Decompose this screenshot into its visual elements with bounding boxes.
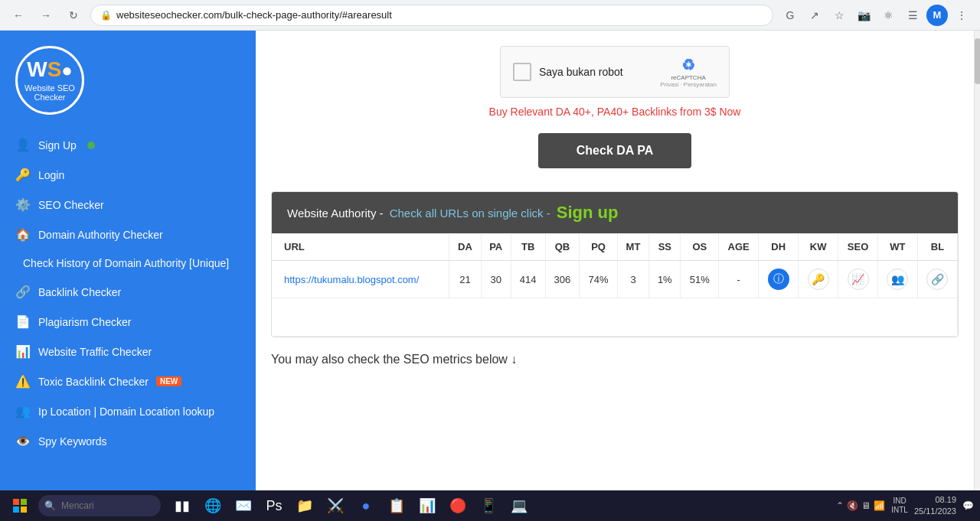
sidebar-nav: 👤 Sign Up 🔑 Login ⚙️ SEO Checker 🏠 Domai… bbox=[0, 126, 256, 460]
app9-icon[interactable]: 🔴 bbox=[444, 492, 472, 519]
reload-button[interactable]: ↻ bbox=[63, 5, 84, 26]
plagiarism-icon: 📄 bbox=[15, 314, 31, 329]
col-pa: PA bbox=[481, 233, 511, 261]
forward-button[interactable]: → bbox=[35, 5, 57, 26]
svg-rect-1 bbox=[21, 499, 27, 505]
nav-item-plagiarism[interactable]: 📄 Plagiarism Checker bbox=[0, 307, 256, 337]
extensions-icon[interactable]: ⚛ bbox=[877, 5, 899, 26]
col-qb: QB bbox=[545, 233, 580, 261]
back-button[interactable]: ← bbox=[8, 5, 29, 26]
logo-circle: WS● Website SEO Checker bbox=[15, 46, 84, 115]
results-header: Website Authority - Check all URLs on si… bbox=[272, 192, 958, 233]
results-header-signup[interactable]: Sign up bbox=[557, 203, 619, 223]
table-header-row: URL DA PA TB QB PQ MT SS OS AGE DH KW SE… bbox=[272, 233, 958, 261]
nav-item-toxic[interactable]: ⚠️ Toxic Backlink Checker NEW bbox=[0, 366, 256, 396]
photoshop-icon[interactable]: Ps bbox=[260, 492, 288, 519]
scrollbar-thumb[interactable] bbox=[975, 38, 980, 84]
nav-item-check-history[interactable]: Check History of Domain Authority [Uniqu… bbox=[0, 249, 256, 277]
share-icon[interactable]: ↗ bbox=[804, 5, 825, 26]
check-da-pa-button[interactable]: Check DA PA bbox=[538, 133, 691, 168]
language-indicator: IND INTL bbox=[891, 497, 908, 515]
files-icon[interactable]: 📁 bbox=[291, 492, 318, 519]
bl-link-icon[interactable]: 🔗 bbox=[926, 269, 948, 290]
recaptcha-brand: reCAPTCHA bbox=[671, 74, 705, 81]
kw-key-icon[interactable]: 🔑 bbox=[808, 269, 829, 290]
seo-chart-icon[interactable]: 📈 bbox=[848, 269, 869, 290]
logo-subtitle: Website SEO Checker bbox=[18, 83, 82, 102]
sidebar-toggle-icon[interactable]: ☰ bbox=[902, 5, 923, 26]
bookmark-icon[interactable]: ☆ bbox=[828, 5, 850, 26]
windows-icon bbox=[12, 498, 28, 513]
nav-item-traffic[interactable]: 📊 Website Traffic Checker bbox=[0, 337, 256, 366]
app7-icon[interactable]: 📋 bbox=[383, 492, 410, 519]
address-bar[interactable]: 🔒 websiteseochecker.com/bulk-check-page-… bbox=[90, 5, 773, 26]
nav-label-plagiarism: Plagiarism Checker bbox=[38, 316, 131, 328]
start-button[interactable] bbox=[6, 492, 34, 519]
menu-icon[interactable]: ⋮ bbox=[951, 5, 972, 26]
app11-icon[interactable]: 💻 bbox=[505, 492, 533, 519]
col-da: DA bbox=[449, 233, 481, 261]
nav-item-seo-checker[interactable]: ⚙️ SEO Checker bbox=[0, 190, 256, 220]
col-url: URL bbox=[272, 233, 449, 261]
expand-icon[interactable]: ⌃ bbox=[836, 500, 844, 511]
gear-icon: ⚙️ bbox=[15, 197, 31, 212]
right-scrollbar[interactable] bbox=[974, 31, 980, 490]
user-icon: 👤 bbox=[15, 138, 31, 152]
new-badge: NEW bbox=[156, 376, 181, 386]
cell-kw: 🔑 bbox=[799, 261, 838, 298]
clash-icon[interactable]: ⚔️ bbox=[322, 492, 349, 519]
nav-label-ip: Ip Location | Domain Location lookup bbox=[38, 405, 214, 418]
notification-icon[interactable]: 💬 bbox=[962, 500, 974, 511]
spy-icon: 👁️ bbox=[15, 434, 31, 448]
col-seo: SEO bbox=[838, 233, 878, 261]
nav-item-signup[interactable]: 👤 Sign Up bbox=[0, 130, 256, 160]
sys-icons: ⌃ 🔇 🖥 📶 bbox=[836, 500, 885, 511]
lock-icon: 🔒 bbox=[100, 10, 112, 21]
wt-people-icon[interactable]: 👥 bbox=[887, 269, 908, 290]
mail-icon[interactable]: ✉️ bbox=[230, 492, 257, 519]
toxic-icon: ⚠️ bbox=[15, 374, 31, 389]
promo-text: Buy Relevant DA 40+, PA40+ Backlinks fro… bbox=[271, 106, 959, 118]
nav-item-backlink[interactable]: 🔗 Backlink Checker bbox=[0, 277, 256, 307]
svg-rect-2 bbox=[13, 506, 19, 513]
cell-pa: 30 bbox=[481, 261, 511, 298]
wifi-icon[interactable]: 📶 bbox=[874, 500, 885, 511]
app8-icon[interactable]: 📊 bbox=[413, 492, 441, 519]
network-icon[interactable]: 🖥 bbox=[861, 500, 871, 511]
cell-wt: 👥 bbox=[878, 261, 918, 298]
nav-item-login[interactable]: 🔑 Login bbox=[0, 160, 256, 190]
taskbar-search-input[interactable] bbox=[38, 495, 161, 516]
dh-info-icon[interactable]: ⓘ bbox=[768, 269, 789, 290]
google-icon[interactable]: G bbox=[779, 5, 801, 26]
cell-mt: 3 bbox=[617, 261, 648, 298]
app10-icon[interactable]: 📱 bbox=[475, 492, 502, 519]
nav-item-spy-keywords[interactable]: 👁️ Spy Keywords bbox=[0, 426, 256, 456]
col-ss: SS bbox=[649, 233, 681, 261]
taskbar-sys: ⌃ 🔇 🖥 📶 IND INTL 08.19 25/11/2023 💬 bbox=[836, 494, 974, 518]
check-btn-wrapper: Check DA PA bbox=[271, 133, 959, 168]
speaker-icon[interactable]: 🔇 bbox=[847, 500, 858, 511]
cell-tb: 414 bbox=[511, 261, 545, 298]
recaptcha-checkbox[interactable] bbox=[513, 63, 531, 81]
search-icon: 🔍 bbox=[44, 500, 56, 511]
profile-button[interactable]: M bbox=[926, 5, 948, 26]
nav-item-domain-authority[interactable]: 🏠 Domain Authority Checker bbox=[0, 220, 256, 249]
url-link[interactable]: https://tukumalu.blogspot.com/ bbox=[284, 274, 419, 285]
time-display: 08.19 bbox=[914, 494, 956, 506]
edge-icon[interactable]: 🌐 bbox=[199, 492, 227, 519]
recaptcha-logo: ♻ reCAPTCHA Privasi · Persyaratan bbox=[660, 56, 717, 88]
table-row: https://tukumalu.blogspot.com/ 21 30 414… bbox=[272, 261, 958, 298]
screenshot-icon[interactable]: 📷 bbox=[853, 5, 874, 26]
cell-qb: 306 bbox=[545, 261, 580, 298]
search-wrapper: 🔍 bbox=[38, 495, 161, 516]
cell-pq: 74% bbox=[580, 261, 618, 298]
chrome-icon[interactable]: ● bbox=[352, 492, 380, 519]
cell-age: - bbox=[719, 261, 759, 298]
task-view-button[interactable]: ▮▮ bbox=[168, 492, 196, 519]
nav-item-ip-location[interactable]: 👥 Ip Location | Domain Location lookup bbox=[0, 396, 256, 426]
results-table: URL DA PA TB QB PQ MT SS OS AGE DH KW SE… bbox=[272, 233, 958, 337]
bottom-text: You may also check the SEO metrics below… bbox=[271, 353, 959, 366]
taskbar-time[interactable]: 08.19 25/11/2023 bbox=[914, 494, 956, 518]
nav-label-signup: Sign Up bbox=[38, 139, 77, 151]
results-header-link[interactable]: Check all URLs on single click - bbox=[390, 207, 550, 220]
